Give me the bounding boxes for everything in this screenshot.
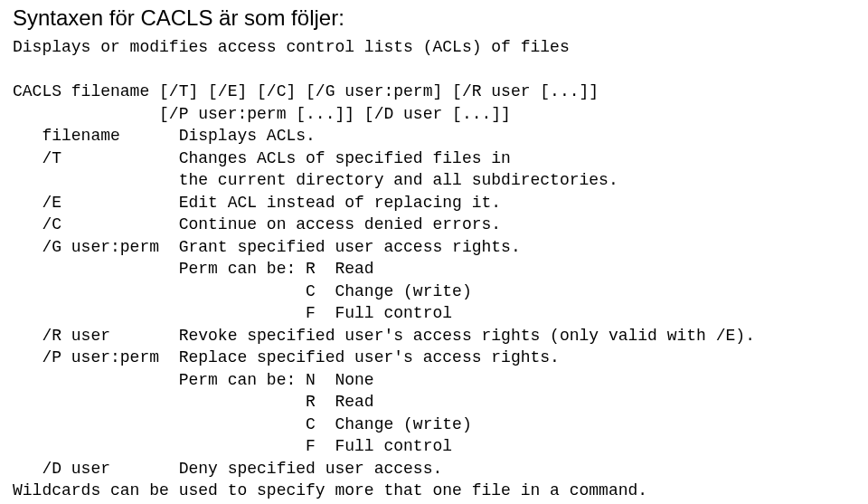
document-page: Syntaxen för CACLS är som följer: Displa… xyxy=(0,0,868,504)
cacls-help-text: Displays or modifies access control list… xyxy=(13,36,855,504)
page-title: Syntaxen för CACLS är som följer: xyxy=(13,5,855,31)
